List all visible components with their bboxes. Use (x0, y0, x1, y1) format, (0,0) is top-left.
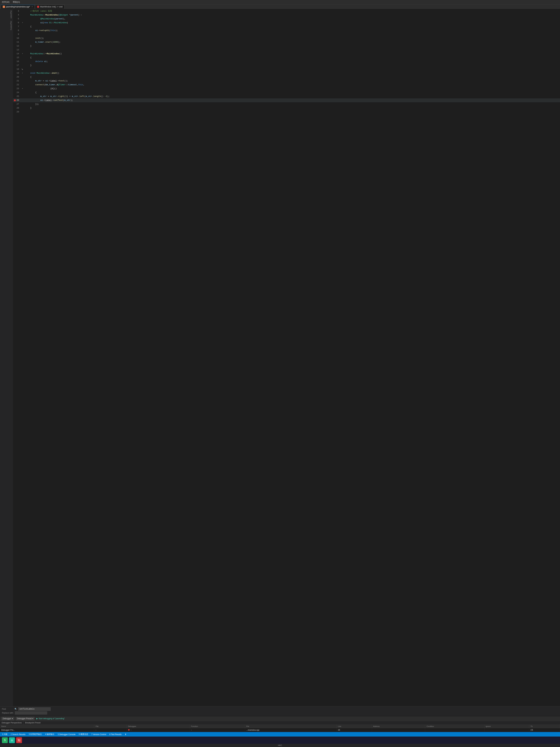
debugger-preset-label: Debugger Preset (17, 717, 32, 720)
bp-col-file: File (94, 725, 127, 728)
fold-10 (21, 36, 24, 40)
find-input[interactable] (18, 707, 51, 711)
line-num-20: 20 (13, 75, 21, 79)
line-num-18: 18 (13, 67, 21, 71)
code-line-24: 24 { (13, 91, 560, 95)
fold-3 (21, 9, 24, 13)
fold-14[interactable]: ▾ (21, 52, 24, 56)
bottom-tab-test-results[interactable]: 8 Test Results (109, 733, 122, 736)
line-num-6: 6 (13, 21, 21, 25)
code-line-26: 26 ui->label->setText(m_str); (13, 98, 560, 102)
bp-cell-line: 26 (337, 728, 372, 732)
bp-cell-filepath: ...inwindow.cpp (245, 728, 337, 732)
bottom-tab-overview[interactable]: 6 概要信息 (79, 733, 88, 736)
taskbar-btn-teal[interactable]: ◎ (9, 737, 15, 743)
code-line-6: 6 ▾ ui(new Ui::MainWindow) (13, 21, 560, 25)
bottom-tab-expand-icon[interactable]: ⬆ (125, 733, 127, 736)
line-num-26: 26 (13, 98, 21, 102)
code-editor[interactable]: 3 //跑马灯 label 实现 4 MainWindow::MainWindo… (13, 9, 560, 706)
code-content-16: delete ui; (24, 60, 560, 63)
bp-cell-file: - (94, 728, 127, 732)
line-num-9: 9 (13, 32, 21, 36)
bottom-tab-version-control[interactable]: 7 Version Control (91, 733, 106, 736)
line-num-15: 15 (13, 56, 21, 60)
tab-bar: paomding/mainwindow.cpp* × MainWindow::i… (0, 4, 560, 9)
fold-27 (21, 102, 24, 106)
bp-debuggee-dash: - (131, 729, 131, 731)
breakpoint-table: Name File Debuggee Function File Line Ad… (0, 725, 560, 732)
tab-mainwindow-cpp[interactable]: paomding/mainwindow.cpp* × (1, 5, 35, 8)
fold-21 (21, 79, 24, 83)
debugger-preset-dropdown[interactable]: Debugger Preset ▾ (16, 717, 34, 720)
menu-bar: 控件(W) 帮助(H) (0, 0, 560, 4)
bp-cell-ignore (484, 728, 529, 732)
fold-6[interactable]: ▾ (21, 21, 24, 25)
bottom-tab-search-results[interactable]: 2 Search Results (11, 733, 25, 736)
play-icon: ▶ (36, 717, 38, 720)
code-line-5: 5 QMainWindow(parent), (13, 17, 560, 21)
fold-5 (21, 17, 24, 21)
fold-28 (21, 106, 24, 110)
code-content-19: void MainWindow::init() (24, 71, 560, 75)
monitor-brand: HKC (278, 744, 282, 747)
code-line-17: 17 } (13, 63, 560, 67)
menu-item-controls[interactable]: 控件(W) (2, 1, 9, 4)
replace-label: Replace with: (2, 712, 14, 714)
code-content-21: m_str = ui->label->text(); (24, 79, 560, 83)
bp-cell-name: Debugger Pre... (0, 728, 94, 732)
find-label: Find: (2, 708, 13, 710)
debugger-dropdown[interactable]: Debugger ▾ (2, 717, 14, 720)
code-content-3: //跑马灯 label 实现 (24, 9, 560, 13)
code-line-28: 28 } (13, 106, 560, 110)
line-num-25: 25 (13, 95, 21, 98)
code-line-14: 14 ▾ MainWindow::~MainWindow() (13, 52, 560, 56)
bottom-tab-item-problems[interactable]: 1 问题 (2, 733, 7, 736)
line-num-3: 3 (13, 9, 21, 13)
editor-area: ustomPlot CustomPlot 3 //跑马灯 label 实现 4 … (0, 9, 560, 706)
taskbar-icon-green: S (4, 739, 6, 742)
fold-24 (21, 91, 24, 95)
line-num-29: 29 (13, 110, 21, 114)
code-content-5: QMainWindow(parent), (24, 17, 560, 21)
tab-icon-init (37, 6, 39, 8)
code-content-25: m_str = m_str.right(1) + m_str.left(m_st… (24, 95, 560, 98)
line-num-13: 13 (13, 48, 21, 52)
bp-row-1[interactable]: Debugger Pre... - - - ...inwindow.cpp 26… (0, 728, 560, 732)
code-line-16: 16 delete ui; (13, 60, 560, 63)
bottom-tab-app-output[interactable]: 3 应用程序输出 (29, 733, 42, 736)
bp-header-row: Name File Debuggee Function File Line Ad… (0, 725, 560, 728)
replace-input[interactable] (15, 711, 47, 715)
tab-close-cpp[interactable]: × (32, 6, 33, 8)
debugger-perspectives-title: Debugger Perspectives (0, 721, 23, 725)
taskbar-btn-red[interactable]: 知 (16, 737, 22, 743)
bp-dot (128, 729, 130, 731)
bp-cell-condition (425, 728, 484, 732)
bp-col-th: Th (529, 725, 560, 728)
line-num-22: 22 (13, 83, 21, 87)
sidebar-label-customplot-2[interactable]: CustomPlot (10, 20, 12, 31)
fold-16 (21, 60, 24, 63)
search-icon: 🔍 (15, 708, 17, 710)
sidebar-label-customplot-1[interactable]: ustomPlot (10, 9, 12, 20)
fold-19[interactable]: ▾ (21, 71, 24, 75)
code-line-15: 15 { (13, 56, 560, 60)
debugger-toolbar: Debugger ▾ Debugger Preset ▾ ▶ Start deb… (0, 716, 560, 721)
taskbar-btn-green[interactable]: S (2, 737, 8, 743)
line-num-19: 19 (13, 71, 21, 75)
fold-4 (21, 13, 24, 17)
bottom-tab-debugger-console[interactable]: 5 Debugger Console (58, 733, 75, 736)
start-debug-button[interactable]: ▶ Start debugging of "paomding" (36, 717, 65, 720)
bottom-tab-compile-output[interactable]: 4 编译输出 (45, 733, 54, 736)
code-content-13 (24, 48, 560, 52)
fold-23[interactable]: ▾ (21, 87, 24, 91)
menu-item-help[interactable]: 帮助(H) (13, 1, 20, 4)
code-content-7: { (24, 25, 560, 29)
fold-29 (21, 110, 24, 114)
fold-25 (21, 95, 24, 98)
bp-col-condition: Condition (425, 725, 484, 728)
line-num-7: 7 (13, 25, 21, 29)
line-num-28: 28 (13, 106, 21, 110)
code-content-27: }); (24, 102, 560, 106)
tab-mainwindow-init[interactable]: MainWindow::init() -> void (35, 5, 64, 8)
code-line-20: 20 { (13, 75, 560, 79)
